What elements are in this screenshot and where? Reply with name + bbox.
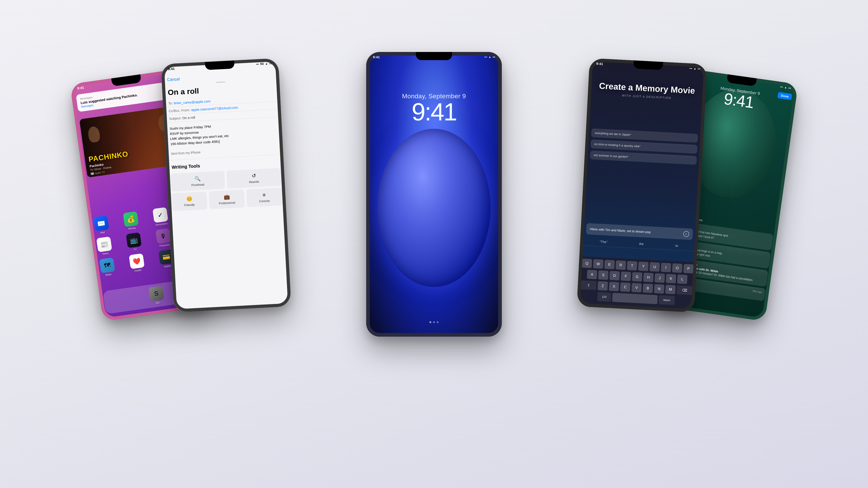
indicator-3 [437,321,438,323]
phone-4-content: Create a Memory Movie WITH JUST A DESCRI… [577,58,707,313]
key-d[interactable]: D [610,271,620,281]
maps-icon: 🗺 [99,258,115,273]
phone-2: 9:41 ▪▪▪ 5G ▲ ▭ Cancel On a roll To: bri… [161,58,291,313]
podcasts-icon: 🎙 [155,228,171,244]
phone-3-content: Monday, September 9 9:41 [366,52,502,337]
key-x[interactable]: X [609,282,619,291]
key-space[interactable] [612,293,658,304]
signal-bars-3: ▪▪▪ [484,55,487,59]
phone-4: 9:41 ▪▪▪ ▲ ▭ Create a Memory Movie WITH … [577,58,707,313]
drag-handle [216,82,225,83]
memory-input[interactable]: Hikes with Tim and Marie, set to dream p… [586,223,693,240]
appletv-icon [90,172,94,175]
friendly-icon: 😊 [186,196,192,202]
key-u[interactable]: U [649,262,660,271]
notif-4-time: 35m ago [752,290,762,294]
key-z[interactable]: Z [597,281,608,291]
suggestion-row: "The" the to [580,239,698,252]
key-p[interactable]: P [683,264,694,273]
phone-3: 9:41 ▪▪▪ ▲ ▭ Monday, September 9 9:41 [366,52,502,337]
key-i[interactable]: I [661,263,671,272]
wifi-icon-5: ▲ [784,86,787,89]
key-m[interactable]: M [665,285,676,294]
app-tv[interactable]: 📺 TV [125,232,143,252]
memory-heading: Create a Memory Movie WITH JUST A DESCRI… [593,81,701,101]
app-money[interactable]: 💰 Money [122,211,141,231]
tool-proofread[interactable]: 🔍 Proofread [170,171,225,191]
key-h[interactable]: H [643,273,654,282]
body-selection: Sushi my place Friday 7PM RSVP by tomorr… [169,123,229,147]
prompt-list: everything we ate in Japan* eo trick-or-… [590,128,698,167]
key-shift[interactable]: ⇧ [581,280,597,290]
key-backspace[interactable]: ⌫ [677,285,693,295]
concise-icon: ≡ [262,192,266,198]
key-n[interactable]: N [654,284,664,293]
key-e[interactable]: E [604,260,615,269]
key-j[interactable]: J [655,273,665,283]
key-t[interactable]: T [627,261,637,270]
key-c[interactable]: C [620,283,630,292]
tool-concise[interactable]: ≡ Concise [246,188,282,207]
app-health[interactable]: ❤️ Health [128,253,146,273]
siri-icon: S [149,286,164,301]
key-123[interactable]: 123 [597,292,611,302]
signal-bars: ▪▪▪ [256,63,259,66]
podcasts-label: Podcasts [159,243,170,247]
battery-icon-4: ▭ [698,67,700,70]
app-mail[interactable]: ✉️ Mail [92,215,111,235]
key-a[interactable]: A [587,270,597,279]
dock-siri[interactable]: S Siri [147,286,166,305]
suggestion-3[interactable]: to [675,244,678,248]
tv-icon: 📺 [126,232,142,248]
news-label: News [102,252,109,255]
phone-1-time: 9:41 [77,86,84,90]
key-r[interactable]: R [616,260,626,270]
indicator-1 [430,321,431,323]
key-b[interactable]: B [643,284,653,293]
cc-value: apple.marcom077@icloud.com [191,105,238,112]
app-maps[interactable]: 🗺 Maps [98,257,117,277]
key-return[interactable]: return [659,295,675,305]
phone-4-notch [633,60,663,70]
app-news[interactable]: 📰 News [95,236,114,256]
key-w[interactable]: W [593,259,603,269]
phone-2-notch [205,60,235,70]
key-s[interactable]: S [598,270,609,280]
signal-bars-4: ▪▪▪ [689,67,692,70]
rewrite-icon: ↺ [252,173,256,179]
tool-professional[interactable]: 💼 Professional [209,190,245,209]
siri-label: Siri [156,301,160,304]
app-reminders[interactable]: ✓ Reminders [151,207,170,227]
phone-4-status-icons: ▪▪▪ ▲ ▭ [689,67,700,70]
key-v[interactable]: V [631,283,642,292]
suggestion-1[interactable]: "The" [600,240,608,244]
keyboard: Q W E R T Y U I O P A S D F G H [577,256,697,313]
battery-icon-3: ▭ [493,55,495,59]
signal-type: 5G [260,62,264,66]
suggestion-2[interactable]: the [639,242,644,246]
money-label: Money [128,226,136,230]
key-y[interactable]: Y [638,262,649,271]
orb [377,129,491,287]
text-cursor [219,140,220,143]
tv-label: TV [133,248,137,251]
battery-icon-2: ▭ [269,62,272,65]
check-button[interactable]: ✓ [683,231,689,237]
signal-bars-5: ▪▪▪ [780,85,783,89]
wallet-label: Wallet [164,264,171,268]
key-f[interactable]: F [621,271,631,281]
key-g[interactable]: G [632,272,643,282]
wifi-icon-4: ▲ [693,67,696,70]
phone-3-time: 9:41 [373,55,380,59]
tool-rewrite[interactable]: ↺ Rewrite [226,168,281,188]
phone-4-time: 9:41 [596,61,603,66]
rewrite-label: Rewrite [249,180,259,184]
key-q[interactable]: Q [582,259,592,268]
key-k[interactable]: K [666,274,676,283]
money-icon: 💰 [123,211,139,227]
professional-icon: 💼 [223,194,230,200]
key-o[interactable]: O [672,263,682,273]
phone-3-notch [416,52,452,60]
tool-friendly[interactable]: 😊 Friendly [171,192,208,211]
key-l[interactable]: L [677,274,687,284]
